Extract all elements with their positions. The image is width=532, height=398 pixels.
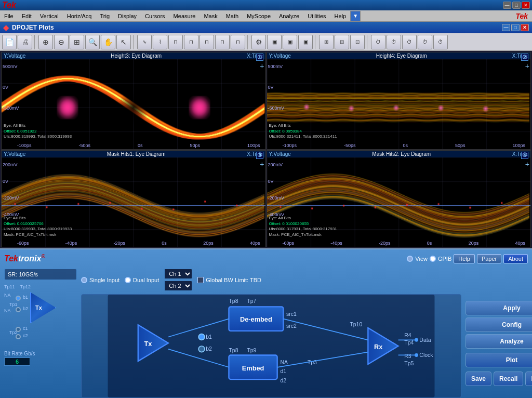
menu-mask[interactable]: Mask	[200, 10, 221, 21]
menu-display[interactable]: Display	[114, 10, 141, 21]
dual-input-radio[interactable]	[125, 277, 131, 283]
global-bw-checkbox[interactable]	[197, 277, 204, 283]
toolbar-wave7[interactable]: ⊓	[231, 35, 245, 49]
scope-panel-2[interactable]: Y:Voltage Height4: Eye Diagram X:Time ② …	[267, 52, 531, 150]
toolbar-wave5[interactable]: ⊓	[200, 35, 214, 49]
panel2-plus[interactable]: +	[525, 62, 529, 70]
toolbar-print[interactable]: 🖨	[18, 35, 32, 49]
toolbar-time1[interactable]: ⏱	[371, 35, 385, 49]
app-maximize-button[interactable]: □	[511, 24, 520, 31]
single-input-radio[interactable]	[81, 277, 87, 283]
toolbar-settings[interactable]: ⚙	[251, 35, 266, 49]
maximize-button[interactable]: □	[512, 2, 521, 9]
toolbar-measure3[interactable]: ▣	[298, 35, 313, 49]
menu-edit[interactable]: Edit	[18, 10, 36, 21]
view-radio-group: View	[407, 256, 428, 262]
panel1-plus[interactable]: +	[260, 62, 264, 70]
svg-text:Tp5: Tp5	[404, 361, 414, 367]
tx-block[interactable]: Tx	[30, 292, 56, 323]
panel1-title: Height3: Eye Diagram	[111, 53, 162, 59]
toolbar-grid1[interactable]: ⊞	[319, 35, 334, 49]
menu-help[interactable]: Help	[330, 10, 351, 21]
about-button[interactable]: About	[503, 254, 528, 263]
svg-text:b1: b1	[206, 334, 212, 340]
svg-text:Tp8: Tp8	[229, 348, 238, 353]
toolbar-time4[interactable]: ⏱	[418, 35, 432, 49]
scope-panel-1[interactable]: Y:Voltage Height3: Eye Diagram X:Time ① …	[1, 52, 266, 150]
toolbar-grid3[interactable]: ⊡	[350, 35, 365, 49]
save-button[interactable]: Save	[466, 372, 491, 386]
panel4-plus[interactable]: +	[525, 160, 529, 168]
minimize-button[interactable]: —	[503, 2, 511, 9]
panel3-title: Mask Hits1: Eye Diagram	[107, 151, 166, 157]
plot-button[interactable]: Plot	[466, 353, 532, 367]
menu-horiz-acq[interactable]: Horiz/Acq	[63, 10, 96, 21]
gpib-radio[interactable]	[430, 256, 436, 262]
menu-measure[interactable]: Measure	[169, 10, 200, 21]
recall-button[interactable]: Recall	[494, 372, 523, 386]
svg-text:Tp10: Tp10	[350, 322, 362, 327]
ctrl-left: SR: 10GS/s Tp11 Tp12 NA NA Tp1	[4, 269, 77, 398]
bit-rate-input[interactable]	[4, 357, 30, 366]
menu-utilities[interactable]: Utilities	[303, 10, 330, 21]
svg-text:Embed: Embed	[242, 364, 264, 372]
apply-button[interactable]: Apply	[466, 301, 532, 315]
toolbar-cursor[interactable]: ↖	[116, 35, 131, 49]
toolbar-zoom-out[interactable]: ⊖	[54, 35, 69, 49]
app-minimize-button[interactable]: —	[502, 24, 510, 31]
menu-file[interactable]: File	[0, 10, 18, 21]
svg-point-34	[198, 334, 205, 340]
toolbar-pan[interactable]: ✋	[101, 35, 115, 49]
dual-input-group: Dual Input	[125, 277, 159, 283]
ch1-select[interactable]: Ch 1 Ch 2 Ch 3 Ch 4	[164, 269, 192, 279]
toolbar-wave4[interactable]: ⊓	[184, 35, 198, 49]
toolbar-zoom-in[interactable]: ⊕	[38, 35, 53, 49]
paper-button[interactable]: Paper	[477, 254, 501, 263]
menu-dropdown-arrow[interactable]: ▼	[350, 11, 361, 21]
tx-section: Tp11 Tp12 NA NA Tp1 b1 b2 Tx	[4, 284, 77, 347]
panel4-annotation: Eye: All Bits Offset: 0.0100020655 UIs:8…	[269, 216, 337, 237]
scope-header-2: Y:Voltage Height4: Eye Diagram X:Time	[267, 52, 531, 59]
node-c1[interactable]	[16, 327, 21, 332]
ctrl-main: SR: 10GS/s Tp11 Tp12 NA NA Tp1	[4, 269, 528, 398]
menu-math[interactable]: Math	[222, 10, 243, 21]
toolbar-time2[interactable]: ⏱	[387, 35, 401, 49]
apply-section: Apply Config Analyze Plot Save Recall De…	[466, 301, 532, 386]
close-button[interactable]: ✕	[522, 2, 530, 9]
app-close-button[interactable]: ✕	[521, 24, 529, 31]
menu-analyze[interactable]: Analyze	[275, 10, 303, 21]
toolbar-wave1[interactable]: ∿	[137, 35, 152, 49]
ch2-select[interactable]: Ch 2 Ch 1 Ch 3 Ch 4	[164, 281, 192, 291]
default-button[interactable]: Default	[525, 372, 532, 386]
menu-cursors[interactable]: Cursors	[141, 10, 169, 21]
toolbar-zoom-fit[interactable]: ⊞	[70, 35, 84, 49]
node-b2[interactable]	[16, 307, 21, 312]
toolbar-time5[interactable]: ⏱	[433, 35, 448, 49]
menu-myscope[interactable]: MyScope	[243, 10, 275, 21]
node-c2[interactable]	[16, 334, 21, 339]
toolbar-new[interactable]: 📄	[2, 35, 17, 49]
node-b1[interactable]	[16, 296, 21, 301]
svg-text:d2: d2	[280, 378, 286, 383]
toolbar-measure2[interactable]: ▣	[283, 35, 297, 49]
toolbar-grid2[interactable]: ⊟	[335, 35, 349, 49]
view-radio[interactable]	[407, 256, 413, 262]
titlebar-title: Tek	[2, 1, 16, 10]
toolbar-zoom-sel[interactable]: 🔍	[85, 35, 100, 49]
scope-panel-4[interactable]: Y:Voltage Mask Hits2: Eye Diagram X:Time…	[267, 150, 531, 248]
config-button[interactable]: Config	[466, 317, 532, 332]
help-button[interactable]: Help	[454, 254, 475, 263]
toolbar-measure1[interactable]: ▣	[267, 35, 282, 49]
menu-trig[interactable]: Trig	[96, 10, 114, 21]
global-bw-label: Global BW Limit: TBD	[206, 277, 261, 283]
menu-vertical[interactable]: Vertical	[36, 10, 63, 21]
toolbar-wave6[interactable]: ⊓	[215, 35, 230, 49]
panel3-plus[interactable]: +	[260, 160, 264, 168]
view-label: View	[415, 256, 428, 262]
toolbar-wave3[interactable]: ⊓	[168, 35, 183, 49]
toolbar-time3[interactable]: ⏱	[402, 35, 417, 49]
app-title: DPOJET Plots	[12, 24, 54, 31]
toolbar-wave2[interactable]: ⌇	[153, 35, 167, 49]
analyze-button[interactable]: Analyze	[466, 334, 532, 349]
scope-panel-3[interactable]: Y:Voltage Mask Hits1: Eye Diagram X:Time…	[1, 150, 266, 248]
